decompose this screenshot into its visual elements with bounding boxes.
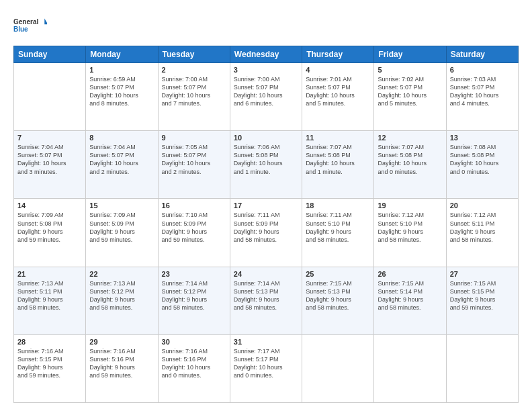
header: General Blue [13,12,519,39]
day-number: 1 [89,66,154,74]
day-info: Sunrise: 7:09 AM Sunset: 5:09 PM Dayligh… [89,211,154,244]
day-info: Sunrise: 6:59 AM Sunset: 5:07 PM Dayligh… [89,75,154,108]
page: General Blue SundayMondayTuesdayWednesda… [0,0,532,411]
day-info: Sunrise: 7:00 AM Sunset: 5:07 PM Dayligh… [234,75,298,108]
day-info: Sunrise: 7:05 AM Sunset: 5:07 PM Dayligh… [162,143,226,176]
calendar-day-cell [14,63,86,131]
day-info: Sunrise: 7:07 AM Sunset: 5:08 PM Dayligh… [378,143,442,176]
calendar-day-cell: 7Sunrise: 7:04 AM Sunset: 5:07 PM Daylig… [14,131,86,199]
day-info: Sunrise: 7:14 AM Sunset: 5:13 PM Dayligh… [234,279,298,312]
day-number: 22 [89,270,154,278]
calendar-day-cell: 1Sunrise: 6:59 AM Sunset: 5:07 PM Daylig… [86,63,158,131]
calendar-day-cell: 28Sunrise: 7:16 AM Sunset: 5:15 PM Dayli… [14,334,86,402]
svg-marker-2 [44,18,47,24]
day-info: Sunrise: 7:08 AM Sunset: 5:08 PM Dayligh… [450,143,515,176]
calendar-day-cell: 20Sunrise: 7:12 AM Sunset: 5:11 PM Dayli… [446,199,518,267]
calendar-day-cell: 22Sunrise: 7:13 AM Sunset: 5:12 PM Dayli… [86,267,158,334]
calendar-day-cell: 4Sunrise: 7:01 AM Sunset: 5:07 PM Daylig… [302,63,374,131]
svg-text:Blue: Blue [13,26,28,33]
day-number: 13 [450,134,515,142]
day-info: Sunrise: 7:17 AM Sunset: 5:17 PM Dayligh… [234,347,298,380]
day-info: Sunrise: 7:16 AM Sunset: 5:16 PM Dayligh… [162,347,226,380]
calendar-header-day: Thursday [302,46,374,63]
logo-svg: General Blue [13,12,47,39]
day-number: 30 [162,338,226,346]
day-info: Sunrise: 7:13 AM Sunset: 5:11 PM Dayligh… [17,279,82,312]
day-number: 28 [17,338,82,346]
day-number: 11 [306,134,370,142]
calendar-day-cell: 10Sunrise: 7:06 AM Sunset: 5:08 PM Dayli… [230,131,302,199]
day-info: Sunrise: 7:11 AM Sunset: 5:10 PM Dayligh… [306,211,370,244]
calendar-day-cell: 17Sunrise: 7:11 AM Sunset: 5:09 PM Dayli… [230,199,302,267]
calendar-week-row: 7Sunrise: 7:04 AM Sunset: 5:07 PM Daylig… [14,131,519,199]
calendar-day-cell: 31Sunrise: 7:17 AM Sunset: 5:17 PM Dayli… [230,334,302,402]
day-number: 16 [162,201,226,210]
calendar-day-cell: 15Sunrise: 7:09 AM Sunset: 5:09 PM Dayli… [86,199,158,267]
calendar-day-cell: 14Sunrise: 7:09 AM Sunset: 5:08 PM Dayli… [14,199,86,267]
day-number: 31 [234,338,298,346]
calendar-day-cell: 27Sunrise: 7:15 AM Sunset: 5:15 PM Dayli… [446,267,518,334]
calendar-header-day: Monday [86,46,158,63]
day-info: Sunrise: 7:15 AM Sunset: 5:13 PM Dayligh… [306,279,370,312]
day-number: 17 [234,201,298,210]
day-number: 5 [378,66,442,74]
day-info: Sunrise: 7:10 AM Sunset: 5:09 PM Dayligh… [162,211,226,244]
day-number: 25 [306,270,370,278]
calendar-day-cell: 26Sunrise: 7:15 AM Sunset: 5:14 PM Dayli… [374,267,446,334]
day-number: 14 [17,201,82,210]
calendar-table: SundayMondayTuesdayWednesdayThursdayFrid… [13,46,519,403]
calendar-body: 1Sunrise: 6:59 AM Sunset: 5:07 PM Daylig… [14,63,519,403]
day-number: 18 [306,201,370,210]
calendar-day-cell: 3Sunrise: 7:00 AM Sunset: 5:07 PM Daylig… [230,63,302,131]
calendar-day-cell: 6Sunrise: 7:03 AM Sunset: 5:07 PM Daylig… [446,63,518,131]
day-number: 2 [162,66,226,74]
day-info: Sunrise: 7:06 AM Sunset: 5:08 PM Dayligh… [234,143,298,176]
day-info: Sunrise: 7:13 AM Sunset: 5:12 PM Dayligh… [89,279,154,312]
day-number: 27 [450,270,515,278]
day-number: 15 [89,201,154,210]
calendar-day-cell [374,334,446,402]
day-info: Sunrise: 7:09 AM Sunset: 5:08 PM Dayligh… [17,211,82,244]
day-number: 6 [450,66,515,74]
day-number: 29 [89,338,154,346]
calendar-week-row: 21Sunrise: 7:13 AM Sunset: 5:11 PM Dayli… [14,267,519,334]
svg-text:General: General [13,18,38,26]
calendar-header-day: Tuesday [158,46,230,63]
day-info: Sunrise: 7:11 AM Sunset: 5:09 PM Dayligh… [234,211,298,244]
day-info: Sunrise: 7:15 AM Sunset: 5:15 PM Dayligh… [450,279,515,312]
calendar-day-cell: 19Sunrise: 7:12 AM Sunset: 5:10 PM Dayli… [374,199,446,267]
day-number: 4 [306,66,370,74]
calendar-header-day: Friday [374,46,446,63]
calendar-day-cell: 12Sunrise: 7:07 AM Sunset: 5:08 PM Dayli… [374,131,446,199]
calendar-day-cell: 16Sunrise: 7:10 AM Sunset: 5:09 PM Dayli… [158,199,230,267]
day-info: Sunrise: 7:00 AM Sunset: 5:07 PM Dayligh… [162,75,226,108]
day-number: 9 [162,134,226,142]
day-number: 8 [89,134,154,142]
calendar-header-day: Sunday [14,46,86,63]
calendar-week-row: 14Sunrise: 7:09 AM Sunset: 5:08 PM Dayli… [14,199,519,267]
calendar-day-cell: 29Sunrise: 7:16 AM Sunset: 5:16 PM Dayli… [86,334,158,402]
day-number: 3 [234,66,298,74]
day-number: 20 [450,201,515,210]
calendar-day-cell: 21Sunrise: 7:13 AM Sunset: 5:11 PM Dayli… [14,267,86,334]
calendar-day-cell: 30Sunrise: 7:16 AM Sunset: 5:16 PM Dayli… [158,334,230,402]
calendar-day-cell: 13Sunrise: 7:08 AM Sunset: 5:08 PM Dayli… [446,131,518,199]
calendar-day-cell: 18Sunrise: 7:11 AM Sunset: 5:10 PM Dayli… [302,199,374,267]
day-number: 21 [17,270,82,278]
calendar-day-cell: 25Sunrise: 7:15 AM Sunset: 5:13 PM Dayli… [302,267,374,334]
calendar-day-cell: 9Sunrise: 7:05 AM Sunset: 5:07 PM Daylig… [158,131,230,199]
calendar-day-cell [302,334,374,402]
day-info: Sunrise: 7:07 AM Sunset: 5:08 PM Dayligh… [306,143,370,176]
calendar-day-cell: 23Sunrise: 7:14 AM Sunset: 5:12 PM Dayli… [158,267,230,334]
day-info: Sunrise: 7:16 AM Sunset: 5:16 PM Dayligh… [89,347,154,380]
day-info: Sunrise: 7:15 AM Sunset: 5:14 PM Dayligh… [378,279,442,312]
calendar-day-cell: 5Sunrise: 7:02 AM Sunset: 5:07 PM Daylig… [374,63,446,131]
day-number: 26 [378,270,442,278]
day-number: 24 [234,270,298,278]
calendar-day-cell: 11Sunrise: 7:07 AM Sunset: 5:08 PM Dayli… [302,131,374,199]
day-number: 19 [378,201,442,210]
calendar-header-day: Saturday [446,46,518,63]
day-number: 23 [162,270,226,278]
calendar-day-cell: 2Sunrise: 7:00 AM Sunset: 5:07 PM Daylig… [158,63,230,131]
day-info: Sunrise: 7:14 AM Sunset: 5:12 PM Dayligh… [162,279,226,312]
